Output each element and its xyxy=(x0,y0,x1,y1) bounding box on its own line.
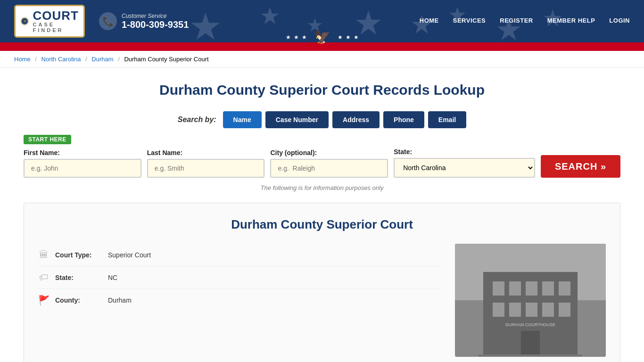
breadcrumb-home[interactable]: Home xyxy=(14,56,31,63)
nav-login[interactable]: LOGIN xyxy=(609,17,630,26)
court-type-value: Superior Court xyxy=(108,251,151,259)
svg-rect-14 xyxy=(509,303,521,317)
svg-rect-8 xyxy=(493,281,504,296)
state-info-label: State: xyxy=(55,274,102,281)
tab-email[interactable]: Email xyxy=(428,111,466,128)
ribbon-area: ★★★ 🦅 ★★★ xyxy=(0,42,644,51)
court-type-icon: 🏛 xyxy=(38,249,50,260)
main-nav: HOME SERVICES REGISTER MEMBER HELP LOGIN xyxy=(420,17,630,26)
court-info-details: 🏛 Court Type: Superior Court 🏷 State: NC… xyxy=(38,244,441,357)
stars-left: ★★★ xyxy=(286,34,307,41)
svg-rect-10 xyxy=(526,281,537,296)
breadcrumb: Home / North Carolina / Durham / Durham … xyxy=(0,51,644,68)
county-value: Durham xyxy=(108,296,132,304)
last-name-label: Last Name: xyxy=(147,149,265,156)
breadcrumb-sep-3: / xyxy=(118,56,120,63)
start-here-badge: START HERE xyxy=(24,135,71,144)
tab-case-number[interactable]: Case Number xyxy=(265,111,329,128)
county-label: County: xyxy=(55,296,102,304)
main-content: Durham County Superior Court Records Loo… xyxy=(0,68,644,362)
court-card-title: Durham County Superior Court xyxy=(38,217,606,232)
breadcrumb-sep-2: / xyxy=(85,56,87,63)
svg-rect-9 xyxy=(509,281,521,296)
phone-area: 📞 Customer Service 1-800-309-9351 xyxy=(99,12,189,30)
eagle-area: ★★★ 🦅 ★★★ xyxy=(286,29,359,45)
logo-court-label: COURT xyxy=(33,9,79,22)
county-icon: 🚩 xyxy=(38,295,50,306)
breadcrumb-current: Durham County Superior Court xyxy=(124,56,208,63)
nav-member-help[interactable]: MEMBER HELP xyxy=(547,17,595,26)
phone-icon: 📞 xyxy=(99,12,117,30)
breadcrumb-state[interactable]: North Carolina xyxy=(41,56,81,63)
phone-symbol: 📞 xyxy=(102,16,114,27)
court-info-body: 🏛 Court Type: Superior Court 🏷 State: NC… xyxy=(38,244,606,357)
page-title: Durham County Superior Court Records Loo… xyxy=(24,82,620,98)
state-select[interactable]: AlabamaAlaskaArizonaArkansasCaliforniaCo… xyxy=(394,158,535,178)
state-icon: 🏷 xyxy=(38,272,50,283)
court-info-row-state: 🏷 State: NC xyxy=(38,266,441,289)
svg-rect-19 xyxy=(479,354,582,357)
state-label: State: xyxy=(394,148,535,156)
search-by-label: Search by: xyxy=(178,115,216,124)
logo-text: COURT CASE FINDER xyxy=(33,9,79,33)
breadcrumb-sep-1: / xyxy=(35,56,37,63)
logo-seal: ⚖ ★ ★ ★ ★ ★ xyxy=(20,10,29,33)
phone-number: 1-800-309-9351 xyxy=(122,19,189,30)
phone-label: Customer Service xyxy=(122,13,189,19)
court-info-row-county: 🚩 County: Durham xyxy=(38,289,441,312)
svg-rect-11 xyxy=(542,281,554,296)
logo-area: ⚖ ★ ★ ★ ★ ★ COURT CASE FINDER xyxy=(14,5,85,38)
svg-text:DURHAM COURTHOUSE: DURHAM COURTHOUSE xyxy=(505,322,555,327)
search-button[interactable]: SEARCH » xyxy=(541,155,620,178)
tab-address[interactable]: Address xyxy=(332,111,380,128)
court-info-row-type: 🏛 Court Type: Superior Court xyxy=(38,244,441,266)
court-building-image: DURHAM COURTHOUSE xyxy=(455,244,606,357)
state-info-value: NC xyxy=(108,274,117,281)
svg-rect-16 xyxy=(542,303,554,317)
tab-phone[interactable]: Phone xyxy=(383,111,424,128)
svg-rect-12 xyxy=(559,281,570,296)
eagle-icon: 🦅 xyxy=(314,29,330,45)
court-type-label: Court Type: xyxy=(55,251,102,259)
svg-rect-18 xyxy=(521,331,540,357)
last-name-group: Last Name: xyxy=(147,149,265,178)
svg-rect-17 xyxy=(559,303,570,317)
nav-home[interactable]: HOME xyxy=(420,17,439,26)
city-group: City (optional): xyxy=(270,149,388,178)
phone-info: Customer Service 1-800-309-9351 xyxy=(122,13,189,30)
nav-register[interactable]: REGISTER xyxy=(500,17,533,26)
first-name-label: First Name: xyxy=(24,149,141,156)
svg-rect-13 xyxy=(493,303,504,317)
breadcrumb-county[interactable]: Durham xyxy=(91,56,113,63)
last-name-input[interactable] xyxy=(147,159,265,178)
logo-box: ⚖ ★ ★ ★ ★ ★ COURT CASE FINDER xyxy=(14,5,85,38)
court-card: Durham County Superior Court 🏛 Court Typ… xyxy=(24,203,620,362)
svg-rect-15 xyxy=(526,303,537,317)
first-name-group: First Name: xyxy=(24,149,141,178)
city-label: City (optional): xyxy=(270,149,388,156)
nav-services[interactable]: SERVICES xyxy=(453,17,486,26)
stars-right: ★★★ xyxy=(338,34,359,41)
logo-case-finder-label: CASE FINDER xyxy=(33,22,79,33)
tab-name[interactable]: Name xyxy=(223,111,262,128)
search-form: First Name: Last Name: City (optional): … xyxy=(24,148,620,178)
info-note: The following is for information purpose… xyxy=(24,184,620,191)
state-group: State: AlabamaAlaskaArizonaArkansasCalif… xyxy=(394,148,535,178)
city-input[interactable] xyxy=(270,159,388,178)
first-name-input[interactable] xyxy=(24,159,141,178)
building-svg: DURHAM COURTHOUSE xyxy=(455,244,606,357)
search-by-row: Search by: Name Case Number Address Phon… xyxy=(24,111,620,128)
